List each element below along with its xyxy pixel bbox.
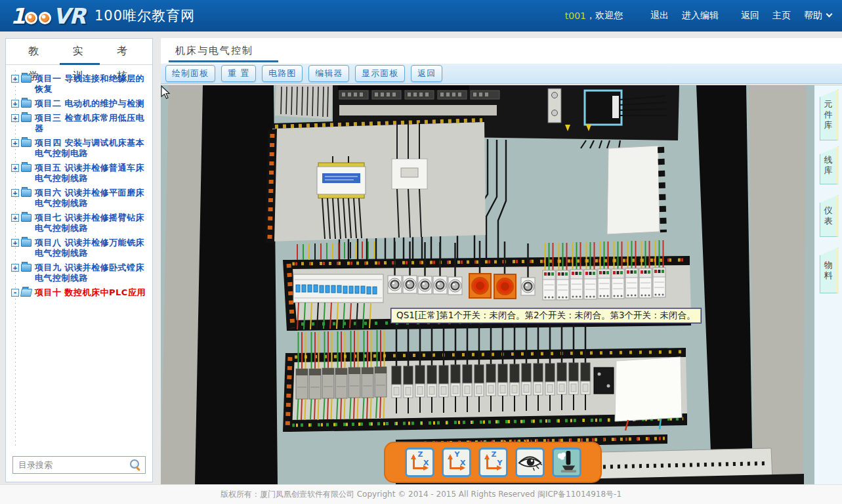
view-control-toolbar: Z X Y X Z Y (384, 442, 602, 483)
nav-logout[interactable]: 退出 (650, 10, 669, 22)
folder-icon (21, 214, 32, 222)
expand-plus-icon[interactable] (11, 264, 19, 272)
chevron-down-icon (826, 11, 833, 18)
blank-panel-lower (615, 357, 682, 421)
tab-training[interactable]: 实训 (64, 39, 96, 64)
contactor-7[interactable] (625, 241, 638, 298)
cabinet-3d-scene[interactable] (161, 85, 842, 484)
expand-plus-icon[interactable] (11, 75, 19, 83)
simulation-viewport[interactable]: QS1[正常]第1个开关：未闭合。第2个开关：未闭合。第3个开关：未闭合。 Z … (161, 85, 842, 484)
tree-item-project8[interactable]: 项目八 识读并检修万能铣床电气控制线路 (10, 236, 150, 261)
nav-enter-edit[interactable]: 进入编辑 (682, 10, 719, 22)
tree-item-project7[interactable]: 项目七 识读并检修摇臂钻床电气控制线路 (10, 211, 150, 236)
view-probe-button[interactable] (552, 448, 581, 477)
header-nav: t001 ，欢迎您 退出 进入编辑 返回 主页 帮助 (565, 10, 831, 22)
circuit-diagram-button[interactable]: 电路图 (262, 65, 303, 82)
expand-plus-icon[interactable] (11, 114, 19, 122)
tab-instruments[interactable]: 仪表 (820, 195, 839, 237)
expand-plus-icon[interactable] (11, 164, 19, 172)
draw-panel-button[interactable]: 绘制面板 (165, 65, 215, 82)
sidebar: 教学 实训 考核 项目一 导线连接和绝缘层的恢复 项目二 电动机的维护与检测 项… (5, 38, 153, 482)
blank-panel-upper (607, 146, 660, 234)
contactor-4[interactable] (584, 242, 597, 299)
expand-plus-icon[interactable] (11, 100, 19, 108)
mouse-cursor-icon (161, 85, 171, 100)
project-tree: 项目一 导线连接和绝缘层的恢复 项目二 电动机的维护与检测 项目三 检查机床常用… (6, 70, 152, 448)
tab-wire-library[interactable]: 线库 (820, 146, 839, 184)
folder-icon (21, 239, 32, 247)
folder-icon (21, 139, 32, 147)
welcome-text: ，欢迎您 (586, 10, 623, 22)
search-input[interactable] (12, 456, 146, 474)
probe-tool-icon (554, 450, 579, 475)
axis-horizontal-arrow-icon (486, 467, 500, 469)
search-icon[interactable] (130, 459, 141, 471)
contactor-6[interactable] (612, 242, 624, 299)
junction-box[interactable] (594, 368, 614, 394)
cabinet-left-gap (195, 85, 278, 484)
show-panel-button[interactable]: 显示面板 (355, 65, 405, 82)
cabinet-right-frame (749, 85, 807, 484)
sidebar-tabs: 教学 实训 考核 (6, 39, 152, 65)
tree-item-project9[interactable]: 项目九 识读并检修卧式镗床电气控制线路 (10, 261, 150, 285)
nav-back[interactable]: 返回 (741, 10, 759, 22)
open-folder-icon (20, 289, 32, 297)
expand-plus-icon[interactable] (11, 214, 19, 222)
catalog-search (12, 456, 146, 474)
username: t001 (565, 10, 586, 21)
view-axis-zx-button[interactable]: Z X (405, 448, 434, 477)
editor-button[interactable]: 编辑器 (308, 65, 349, 82)
tab-assessment[interactable]: 考核 (108, 39, 140, 64)
logo-zero-icon (25, 12, 37, 24)
terminal-component[interactable] (317, 156, 366, 198)
view-axis-zy-button[interactable]: Z Y (478, 448, 508, 477)
circuit-breaker-group[interactable] (293, 274, 383, 303)
tree-item-project2[interactable]: 项目二 电动机的维护与检测 (10, 96, 150, 111)
expand-plus-icon[interactable] (11, 139, 19, 147)
collapse-minus-icon[interactable] (11, 289, 19, 297)
component-mounting-panel[interactable] (265, 117, 486, 243)
tab-component-library[interactable]: 元件库 (820, 89, 839, 140)
axis-horizontal-arrow-icon (450, 467, 463, 469)
view-axis-yx-button[interactable]: Y X (442, 448, 471, 477)
tree-item-project1[interactable]: 项目一 导线连接和绝缘层的恢复 (10, 72, 150, 96)
simulation-toolbar: 绘制面板 重 置 电路图 编辑器 显示面板 返回 (161, 64, 842, 84)
copyright-text: 版权所有：厦门凤凰创壹软件有限公司 Copyright © 2014 - 201… (221, 490, 621, 499)
expand-plus-icon[interactable] (11, 239, 19, 247)
header: 1 VR 100唯尔教育网 t001 ，欢迎您 退出 进入编辑 返回 主页 帮助 (0, 0, 842, 32)
tree-item-project10-selected[interactable]: 项目十 数控机床中PLC应用 (10, 285, 150, 300)
expand-plus-icon[interactable] (11, 189, 19, 197)
folder-icon (21, 264, 32, 272)
contactor-9[interactable] (653, 240, 665, 297)
library-tab-strip: 元件库 线库 仪表 物料 (814, 85, 842, 484)
contactor-2[interactable] (557, 243, 569, 300)
nav-home[interactable]: 主页 (772, 10, 791, 22)
axis-horizontal-arrow-icon (413, 467, 427, 469)
folder-icon (21, 75, 32, 83)
tab-teaching[interactable]: 教学 (19, 39, 52, 64)
eye-icon (517, 450, 543, 475)
view-eye-button[interactable] (515, 448, 545, 477)
contactor-8[interactable] (639, 241, 652, 298)
tab-materials[interactable]: 物料 (820, 247, 839, 293)
reset-button[interactable]: 重 置 (221, 65, 256, 82)
return-button[interactable]: 返回 (411, 65, 442, 82)
folder-icon (21, 189, 32, 197)
logo-text: 1 (11, 3, 24, 29)
contactor-1[interactable] (543, 243, 555, 300)
logo-vr-text: VR (53, 3, 85, 29)
main-pane: 机床与电气控制 绘制面板 重 置 电路图 编辑器 显示面板 返回 (161, 38, 842, 484)
logo[interactable]: 1 VR (11, 3, 85, 29)
contactor-3[interactable] (570, 242, 583, 299)
logo-zero-icon (39, 12, 51, 24)
contactor-5[interactable] (598, 242, 610, 299)
tree-item-project5[interactable]: 项目五 识读并检修普通车床电气控制线路 (10, 161, 150, 186)
folder-icon (21, 164, 32, 172)
tree-item-project6[interactable]: 项目六 识读并检修平面磨床电气控制线路 (10, 186, 150, 211)
tree-item-project4[interactable]: 项目四 安装与调试机床基本电气控制电路 (10, 136, 150, 161)
tree-item-project3[interactable]: 项目三 检查机床常用低压电器 (10, 111, 150, 136)
folder-icon (21, 114, 32, 122)
content-tab-title[interactable]: 机床与电气控制 (174, 45, 260, 62)
footer: 版权所有：厦门凤凰创壹软件有限公司 Copyright © 2014 - 201… (0, 484, 842, 504)
nav-help[interactable]: 帮助 (804, 10, 831, 22)
